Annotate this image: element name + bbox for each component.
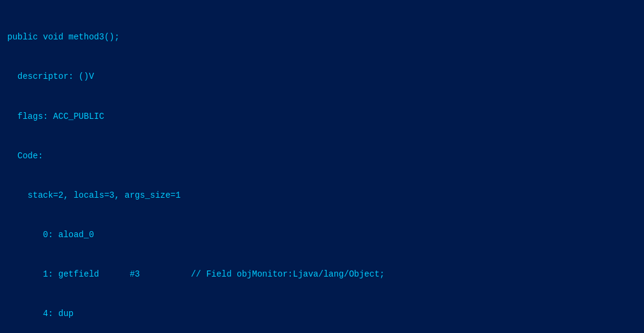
code-line-5: stack=2, locals=3, args_size=1 [7,189,637,203]
code-line-8: 4: dup [7,308,637,321]
code-line-7: 1: getfield #3 // Field objMonitor:Ljava… [7,268,637,281]
code-line-1: public void method3(); [7,31,637,44]
code-line-2: descriptor: ()V [7,70,637,84]
code-display: public void method3(); descriptor: ()V f… [0,0,644,333]
code-line-6: 0: aload_0 [7,229,637,242]
code-line-4: Code: [7,150,637,163]
code-line-3: flags: ACC_PUBLIC [7,110,637,124]
comment-1: // Field objMonitor:Ljava/lang/Object; [191,269,384,279]
